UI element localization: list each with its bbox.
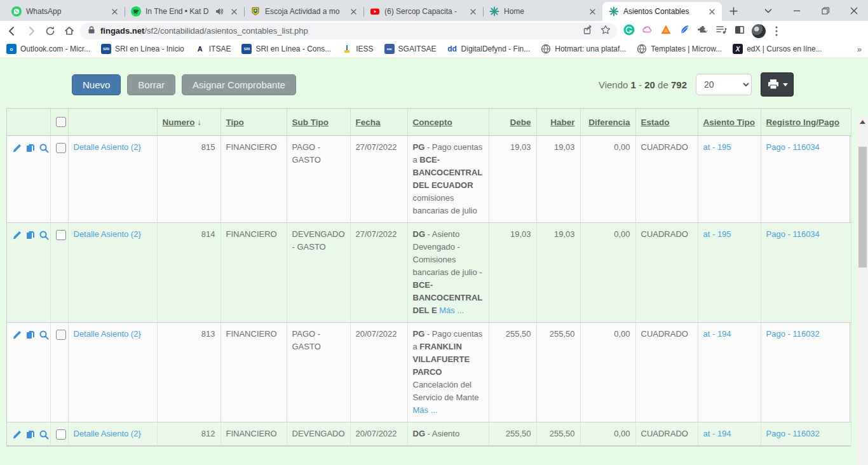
bookmark-outlook-com-micr[interactable]: oOutlook.com - Micr... [6, 44, 90, 54]
asignar-comprobante-button[interactable]: Asignar Comprobante [182, 74, 296, 95]
print-button[interactable] [761, 72, 794, 97]
sort-subtipo[interactable]: Sub Tipo [292, 118, 329, 127]
registro-link[interactable]: Pago - 116032 [766, 329, 820, 339]
header-concepto: Concepto [407, 109, 489, 136]
scrollbar-thumb[interactable] [858, 147, 867, 267]
scroll-up-icon[interactable] [857, 116, 868, 127]
page-scrollbar[interactable] [857, 116, 868, 465]
copy-icon[interactable] [25, 143, 36, 153]
grammarly-extension-icon[interactable] [623, 24, 635, 38]
tab-close-icon[interactable] [707, 6, 717, 17]
tab-close-icon[interactable] [109, 6, 119, 17]
sort-asiento[interactable]: Asiento Tipo [703, 118, 756, 127]
profile-avatar[interactable] [752, 24, 766, 38]
tab-6-sercop-capacita[interactable]: (6) Sercop Capacita - [363, 2, 483, 21]
detalle-asiento-link[interactable]: Detalle Asiento (2} [74, 429, 141, 438]
bookmark-sri-en-l-nea-inicio[interactable]: SRISRI en Línea - Inicio [101, 44, 184, 54]
tab-escoja-actividad-a-mo[interactable]: Escoja Actividad a mo [244, 2, 363, 21]
sort-haber[interactable]: Haber [550, 118, 574, 127]
forward-icon[interactable] [23, 23, 39, 39]
restore-icon[interactable] [811, 0, 839, 21]
bookmarks-overflow-icon[interactable]: » [857, 44, 862, 54]
cell-fecha: 27/07/2022 [350, 223, 407, 323]
chevron-down-icon[interactable] [754, 0, 782, 21]
new-tab-button[interactable] [724, 2, 742, 20]
medialist-extension-icon[interactable] [715, 24, 727, 38]
tab-in-the-end-kat-d[interactable]: In The End • Kat D [125, 2, 244, 21]
bookmark-sgaitsae[interactable]: swSGAITSAE [384, 44, 437, 54]
tab-close-icon[interactable] [348, 6, 358, 17]
cloud-extension-icon[interactable] [642, 24, 653, 38]
registro-link[interactable]: Pago - 116032 [766, 429, 820, 438]
row-checkbox[interactable] [56, 230, 66, 240]
mas-link[interactable]: Más ... [413, 405, 438, 415]
search-icon[interactable] [39, 330, 49, 340]
tab-close-icon[interactable] [229, 6, 239, 17]
row-checkbox[interactable] [56, 143, 66, 153]
asiento-tipo-link[interactable]: at - 195 [703, 142, 731, 152]
tab-whatsapp[interactable]: WhatsApp [5, 2, 125, 21]
bookmark-sri-en-l-nea-cons[interactable]: SRISRI en Línea - Cons... [241, 44, 331, 54]
copy-icon[interactable] [25, 230, 36, 240]
pencil-icon[interactable] [12, 429, 22, 440]
home-icon[interactable] [61, 23, 78, 39]
bookmark-hotmart-una-plataf[interactable]: Hotmart: una plataf... [541, 44, 626, 54]
copy-icon[interactable] [25, 429, 36, 440]
nuevo-button[interactable]: Nuevo [72, 74, 121, 95]
detalle-asiento-link[interactable]: Detalle Asiento (2} [74, 142, 141, 152]
panel-extension-icon[interactable] [734, 24, 745, 38]
row-checkbox[interactable] [56, 330, 66, 340]
borrar-button[interactable]: Borrar [127, 74, 175, 95]
close-icon[interactable] [839, 0, 868, 21]
url-text[interactable]: fingads.net/sf2/contabilidad/asientos_co… [100, 26, 578, 36]
asiento-tipo-link[interactable]: at - 194 [703, 329, 731, 339]
pencil-icon[interactable] [12, 330, 22, 340]
registro-link[interactable]: Pago - 116034 [766, 142, 820, 152]
mas-link[interactable]: Más ... [439, 306, 464, 315]
search-icon[interactable] [39, 143, 49, 153]
sort-debe[interactable]: Debe [510, 118, 531, 127]
asientos-table-wrap: Numero ↓TipoSub TipoFechaConceptoDebeHab… [6, 108, 850, 447]
menu-kebab-icon[interactable] [768, 23, 785, 39]
tab-close-icon[interactable] [587, 6, 597, 17]
avast-extension-icon[interactable] [660, 24, 672, 38]
detalle-asiento-link[interactable]: Detalle Asiento (2} [74, 229, 141, 239]
feather-extension-icon[interactable] [679, 24, 690, 38]
back-icon[interactable] [4, 23, 20, 39]
address-bar[interactable]: fingads.net/sf2/contabilidad/asientos_co… [80, 23, 617, 39]
page-size-select[interactable]: 20 [696, 74, 752, 95]
bookmark-itsae[interactable]: AITSAE [195, 44, 231, 54]
select-all-checkbox[interactable] [56, 117, 66, 127]
tab-asientos-contables[interactable]: Asientos Contables [602, 2, 722, 21]
tab-close-icon[interactable] [468, 6, 478, 17]
sort-registro[interactable]: Registro Ing/Pago [766, 118, 840, 127]
cell-subtipo: PAGO - GASTO [287, 136, 350, 223]
share-icon[interactable] [583, 25, 593, 37]
bookmark-iess[interactable]: IESS [342, 44, 373, 54]
search-icon[interactable] [39, 230, 49, 240]
copy-icon[interactable] [25, 330, 36, 340]
lock-icon[interactable] [88, 25, 95, 37]
reload-icon[interactable] [42, 23, 58, 39]
row-checkbox[interactable] [56, 429, 66, 440]
search-icon[interactable] [39, 429, 49, 440]
sort-tipo[interactable]: Tipo [226, 118, 244, 127]
registro-link[interactable]: Pago - 116034 [766, 229, 820, 239]
asiento-tipo-link[interactable]: at - 195 [703, 229, 731, 239]
asiento-tipo-link[interactable]: at - 194 [703, 429, 731, 438]
detalle-asiento-link[interactable]: Detalle Asiento (2} [74, 329, 141, 339]
bookmark-edx-cursos-en-l-ne[interactable]: XedX | Cursos en líne... [733, 44, 822, 54]
bookmark-star-icon[interactable] [600, 25, 611, 37]
sort-fecha[interactable]: Fecha [356, 118, 381, 127]
minimize-icon[interactable] [782, 0, 811, 21]
pencil-icon[interactable] [12, 230, 22, 240]
sort-numero[interactable]: Numero [163, 118, 195, 127]
pencil-icon[interactable] [12, 143, 22, 153]
bookmark-templates-microw[interactable]: Templates | Microw... [637, 44, 722, 54]
sort-concepto[interactable]: Concepto [413, 118, 452, 127]
sort-estado[interactable]: Estado [641, 118, 670, 127]
bookmark-digitaldefynd-fin[interactable]: ddDigitalDefynd - Fin... [447, 44, 531, 54]
sort-diferencia[interactable]: Diferencia [588, 118, 630, 127]
puzzle-extension-icon[interactable] [697, 24, 709, 38]
tab-home[interactable]: Home [483, 2, 602, 21]
